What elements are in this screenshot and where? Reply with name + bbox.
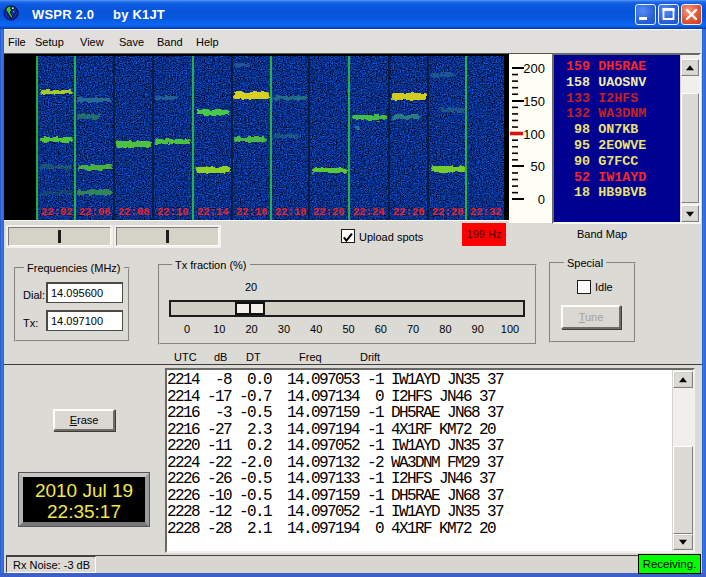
- svg-text:22:32: 22:32: [470, 206, 502, 218]
- svg-text:22:20: 22:20: [313, 206, 345, 218]
- svg-text:22:18: 22:18: [275, 206, 307, 218]
- svg-text:22:06: 22:06: [79, 206, 111, 218]
- svg-text:22:16: 22:16: [236, 206, 268, 218]
- svg-text:50: 50: [531, 159, 545, 174]
- svg-text:22:08: 22:08: [118, 206, 150, 218]
- svg-text:22:28: 22:28: [432, 206, 464, 218]
- svg-text:22:10: 22:10: [157, 206, 189, 218]
- svg-text:22:02: 22:02: [41, 206, 73, 218]
- svg-text:100: 100: [523, 127, 545, 142]
- svg-text:22:26: 22:26: [393, 206, 425, 218]
- svg-text:0: 0: [538, 192, 545, 207]
- svg-text:200: 200: [523, 61, 545, 76]
- svg-text:150: 150: [523, 94, 545, 109]
- svg-text:22:14: 22:14: [197, 206, 229, 218]
- svg-text:22:24: 22:24: [353, 206, 385, 218]
